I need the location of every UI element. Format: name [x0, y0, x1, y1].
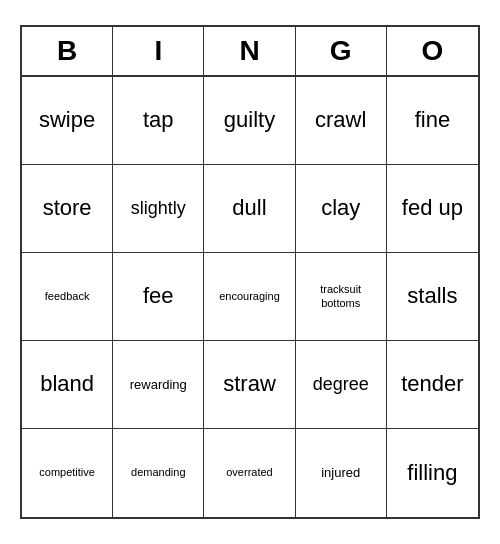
bingo-cell-text-13: tracksuit bottoms	[300, 283, 382, 309]
bingo-cell-text-21: demanding	[131, 466, 185, 479]
bingo-cell-text-23: injured	[321, 465, 360, 481]
header-letter-n: N	[204, 27, 295, 75]
bingo-cell-text-17: straw	[223, 371, 276, 397]
bingo-cell-7: dull	[204, 165, 295, 253]
bingo-cell-text-12: encouraging	[219, 290, 280, 303]
bingo-cell-text-22: overrated	[226, 466, 272, 479]
bingo-cell-1: tap	[113, 77, 204, 165]
bingo-cell-21: demanding	[113, 429, 204, 517]
bingo-cell-6: slightly	[113, 165, 204, 253]
bingo-cell-text-7: dull	[232, 195, 266, 221]
bingo-cell-5: store	[22, 165, 113, 253]
bingo-cell-22: overrated	[204, 429, 295, 517]
bingo-cell-10: feedback	[22, 253, 113, 341]
bingo-cell-text-2: guilty	[224, 107, 275, 133]
bingo-cell-text-5: store	[43, 195, 92, 221]
bingo-cell-text-14: stalls	[407, 283, 457, 309]
bingo-cell-4: fine	[387, 77, 478, 165]
bingo-cell-8: clay	[296, 165, 387, 253]
bingo-cell-23: injured	[296, 429, 387, 517]
bingo-cell-text-3: crawl	[315, 107, 366, 133]
bingo-cell-19: tender	[387, 341, 478, 429]
bingo-cell-text-4: fine	[415, 107, 450, 133]
bingo-cell-text-19: tender	[401, 371, 463, 397]
bingo-cell-text-11: fee	[143, 283, 174, 309]
bingo-cell-20: competitive	[22, 429, 113, 517]
bingo-cell-3: crawl	[296, 77, 387, 165]
bingo-cell-text-0: swipe	[39, 107, 95, 133]
bingo-grid: swipetapguiltycrawlfinestoreslightlydull…	[22, 77, 478, 517]
bingo-cell-12: encouraging	[204, 253, 295, 341]
bingo-card: BINGO swipetapguiltycrawlfinestoreslight…	[20, 25, 480, 519]
bingo-cell-text-24: filling	[407, 460, 457, 486]
bingo-cell-17: straw	[204, 341, 295, 429]
header-letter-g: G	[296, 27, 387, 75]
bingo-cell-18: degree	[296, 341, 387, 429]
bingo-cell-2: guilty	[204, 77, 295, 165]
bingo-cell-16: rewarding	[113, 341, 204, 429]
bingo-cell-14: stalls	[387, 253, 478, 341]
bingo-cell-11: fee	[113, 253, 204, 341]
header-letter-b: B	[22, 27, 113, 75]
bingo-cell-0: swipe	[22, 77, 113, 165]
bingo-cell-text-20: competitive	[39, 466, 95, 479]
bingo-cell-text-1: tap	[143, 107, 174, 133]
bingo-cell-text-8: clay	[321, 195, 360, 221]
bingo-cell-text-9: fed up	[402, 195, 463, 221]
bingo-cell-13: tracksuit bottoms	[296, 253, 387, 341]
bingo-cell-24: filling	[387, 429, 478, 517]
header-letter-i: I	[113, 27, 204, 75]
bingo-cell-9: fed up	[387, 165, 478, 253]
bingo-cell-text-15: bland	[40, 371, 94, 397]
bingo-cell-text-16: rewarding	[130, 377, 187, 393]
bingo-cell-text-18: degree	[313, 374, 369, 396]
bingo-cell-text-10: feedback	[45, 290, 90, 303]
header-letter-o: O	[387, 27, 478, 75]
bingo-header: BINGO	[22, 27, 478, 77]
bingo-cell-15: bland	[22, 341, 113, 429]
bingo-cell-text-6: slightly	[131, 198, 186, 220]
